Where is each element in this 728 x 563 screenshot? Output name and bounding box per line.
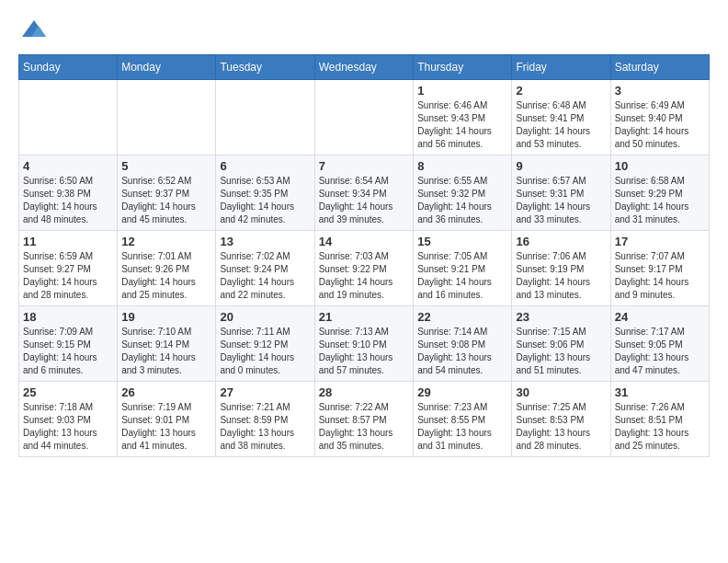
- day-info: Sunrise: 7:09 AM Sunset: 9:15 PM Dayligh…: [23, 326, 113, 377]
- weekday-header-thursday: Thursday: [414, 55, 512, 80]
- logo: [18, 18, 48, 45]
- calendar-cell: [19, 80, 118, 155]
- day-number: 1: [417, 84, 507, 98]
- calendar-cell: 1Sunrise: 6:46 AM Sunset: 9:43 PM Daylig…: [414, 80, 512, 155]
- calendar-cell: 14Sunrise: 7:03 AM Sunset: 9:22 PM Dayli…: [314, 231, 414, 306]
- calendar-cell: 6Sunrise: 6:53 AM Sunset: 9:35 PM Daylig…: [216, 155, 314, 231]
- day-number: 31: [615, 385, 705, 399]
- calendar-cell: 18Sunrise: 7:09 AM Sunset: 9:15 PM Dayli…: [19, 306, 118, 382]
- day-number: 14: [319, 235, 410, 248]
- day-info: Sunrise: 7:18 AM Sunset: 9:03 PM Dayligh…: [23, 401, 113, 453]
- calendar-cell: 12Sunrise: 7:01 AM Sunset: 9:26 PM Dayli…: [118, 231, 216, 306]
- calendar-cell: 30Sunrise: 7:25 AM Sunset: 8:53 PM Dayli…: [512, 382, 610, 457]
- day-info: Sunrise: 7:01 AM Sunset: 9:26 PM Dayligh…: [121, 250, 211, 302]
- calendar-cell: 31Sunrise: 7:26 AM Sunset: 8:51 PM Dayli…: [610, 382, 709, 457]
- calendar-cell: [118, 80, 216, 155]
- day-number: 22: [417, 310, 507, 324]
- day-number: 29: [417, 385, 507, 399]
- day-info: Sunrise: 7:03 AM Sunset: 9:22 PM Dayligh…: [319, 250, 410, 302]
- logo-icon: [20, 18, 48, 40]
- day-info: Sunrise: 6:59 AM Sunset: 9:27 PM Dayligh…: [23, 250, 113, 302]
- day-number: 5: [121, 159, 211, 173]
- day-number: 17: [615, 235, 705, 248]
- calendar-cell: 7Sunrise: 6:54 AM Sunset: 9:34 PM Daylig…: [314, 155, 414, 231]
- calendar-week-row: 11Sunrise: 6:59 AM Sunset: 9:27 PM Dayli…: [19, 231, 710, 306]
- day-info: Sunrise: 7:19 AM Sunset: 9:01 PM Dayligh…: [121, 401, 211, 453]
- day-info: Sunrise: 6:55 AM Sunset: 9:32 PM Dayligh…: [417, 175, 507, 226]
- day-info: Sunrise: 7:22 AM Sunset: 8:57 PM Dayligh…: [319, 401, 410, 453]
- calendar-cell: 23Sunrise: 7:15 AM Sunset: 9:06 PM Dayli…: [512, 306, 610, 382]
- day-info: Sunrise: 7:07 AM Sunset: 9:17 PM Dayligh…: [615, 250, 705, 302]
- calendar-cell: 20Sunrise: 7:11 AM Sunset: 9:12 PM Dayli…: [216, 306, 314, 382]
- day-number: 20: [220, 310, 310, 324]
- day-info: Sunrise: 7:05 AM Sunset: 9:21 PM Dayligh…: [417, 250, 507, 302]
- day-number: 19: [121, 310, 211, 324]
- calendar-cell: [216, 80, 314, 155]
- calendar-cell: [314, 80, 414, 155]
- calendar-cell: 11Sunrise: 6:59 AM Sunset: 9:27 PM Dayli…: [19, 231, 118, 306]
- day-number: 4: [23, 159, 113, 173]
- weekday-header-monday: Monday: [118, 55, 216, 80]
- calendar-cell: 22Sunrise: 7:14 AM Sunset: 9:08 PM Dayli…: [414, 306, 512, 382]
- weekday-header-friday: Friday: [512, 55, 610, 80]
- day-info: Sunrise: 7:25 AM Sunset: 8:53 PM Dayligh…: [516, 401, 606, 453]
- day-number: 28: [319, 385, 410, 399]
- day-number: 26: [121, 385, 211, 399]
- weekday-header-tuesday: Tuesday: [216, 55, 314, 80]
- weekday-header-saturday: Saturday: [610, 55, 709, 80]
- weekday-header-wednesday: Wednesday: [314, 55, 414, 80]
- day-info: Sunrise: 6:49 AM Sunset: 9:40 PM Dayligh…: [615, 99, 705, 151]
- day-number: 18: [23, 310, 113, 324]
- day-number: 11: [23, 235, 113, 248]
- day-info: Sunrise: 6:52 AM Sunset: 9:37 PM Dayligh…: [121, 175, 211, 226]
- calendar-week-row: 18Sunrise: 7:09 AM Sunset: 9:15 PM Dayli…: [19, 306, 710, 382]
- calendar-cell: 28Sunrise: 7:22 AM Sunset: 8:57 PM Dayli…: [314, 382, 414, 457]
- day-number: 16: [516, 235, 606, 248]
- calendar-cell: 17Sunrise: 7:07 AM Sunset: 9:17 PM Dayli…: [610, 231, 709, 306]
- day-info: Sunrise: 7:14 AM Sunset: 9:08 PM Dayligh…: [417, 326, 507, 377]
- day-number: 10: [615, 159, 705, 173]
- calendar-table: SundayMondayTuesdayWednesdayThursdayFrid…: [18, 54, 710, 457]
- day-number: 3: [615, 84, 705, 98]
- day-info: Sunrise: 6:58 AM Sunset: 9:29 PM Dayligh…: [615, 175, 705, 226]
- day-number: 23: [516, 310, 606, 324]
- day-info: Sunrise: 6:57 AM Sunset: 9:31 PM Dayligh…: [516, 175, 606, 226]
- calendar-cell: 9Sunrise: 6:57 AM Sunset: 9:31 PM Daylig…: [512, 155, 610, 231]
- calendar-cell: 21Sunrise: 7:13 AM Sunset: 9:10 PM Dayli…: [314, 306, 414, 382]
- day-info: Sunrise: 7:17 AM Sunset: 9:05 PM Dayligh…: [615, 326, 705, 377]
- day-info: Sunrise: 7:21 AM Sunset: 8:59 PM Dayligh…: [220, 401, 310, 453]
- calendar-cell: 29Sunrise: 7:23 AM Sunset: 8:55 PM Dayli…: [414, 382, 512, 457]
- day-number: 7: [319, 159, 410, 173]
- calendar-cell: 2Sunrise: 6:48 AM Sunset: 9:41 PM Daylig…: [512, 80, 610, 155]
- day-number: 27: [220, 385, 310, 399]
- calendar-cell: 26Sunrise: 7:19 AM Sunset: 9:01 PM Dayli…: [118, 382, 216, 457]
- day-info: Sunrise: 7:23 AM Sunset: 8:55 PM Dayligh…: [417, 401, 507, 453]
- calendar-cell: 27Sunrise: 7:21 AM Sunset: 8:59 PM Dayli…: [216, 382, 314, 457]
- calendar-cell: 10Sunrise: 6:58 AM Sunset: 9:29 PM Dayli…: [610, 155, 709, 231]
- day-number: 9: [516, 159, 606, 173]
- day-info: Sunrise: 7:02 AM Sunset: 9:24 PM Dayligh…: [220, 250, 310, 302]
- day-info: Sunrise: 6:53 AM Sunset: 9:35 PM Dayligh…: [220, 175, 310, 226]
- day-number: 24: [615, 310, 705, 324]
- calendar-cell: 3Sunrise: 6:49 AM Sunset: 9:40 PM Daylig…: [610, 80, 709, 155]
- day-info: Sunrise: 7:26 AM Sunset: 8:51 PM Dayligh…: [615, 401, 705, 453]
- day-number: 12: [121, 235, 211, 248]
- day-info: Sunrise: 6:54 AM Sunset: 9:34 PM Dayligh…: [319, 175, 410, 226]
- weekday-header-sunday: Sunday: [19, 55, 118, 80]
- day-info: Sunrise: 7:11 AM Sunset: 9:12 PM Dayligh…: [220, 326, 310, 377]
- day-number: 8: [417, 159, 507, 173]
- day-number: 15: [417, 235, 507, 248]
- day-info: Sunrise: 7:10 AM Sunset: 9:14 PM Dayligh…: [121, 326, 211, 377]
- calendar-week-row: 1Sunrise: 6:46 AM Sunset: 9:43 PM Daylig…: [19, 80, 710, 155]
- day-info: Sunrise: 6:50 AM Sunset: 9:38 PM Dayligh…: [23, 175, 113, 226]
- day-number: 6: [220, 159, 310, 173]
- day-info: Sunrise: 7:13 AM Sunset: 9:10 PM Dayligh…: [319, 326, 410, 377]
- day-info: Sunrise: 7:06 AM Sunset: 9:19 PM Dayligh…: [516, 250, 606, 302]
- calendar-cell: 4Sunrise: 6:50 AM Sunset: 9:38 PM Daylig…: [19, 155, 118, 231]
- day-number: 2: [516, 84, 606, 98]
- calendar-cell: 16Sunrise: 7:06 AM Sunset: 9:19 PM Dayli…: [512, 231, 610, 306]
- calendar-cell: 15Sunrise: 7:05 AM Sunset: 9:21 PM Dayli…: [414, 231, 512, 306]
- day-number: 13: [220, 235, 310, 248]
- calendar-cell: 5Sunrise: 6:52 AM Sunset: 9:37 PM Daylig…: [118, 155, 216, 231]
- calendar-cell: 8Sunrise: 6:55 AM Sunset: 9:32 PM Daylig…: [414, 155, 512, 231]
